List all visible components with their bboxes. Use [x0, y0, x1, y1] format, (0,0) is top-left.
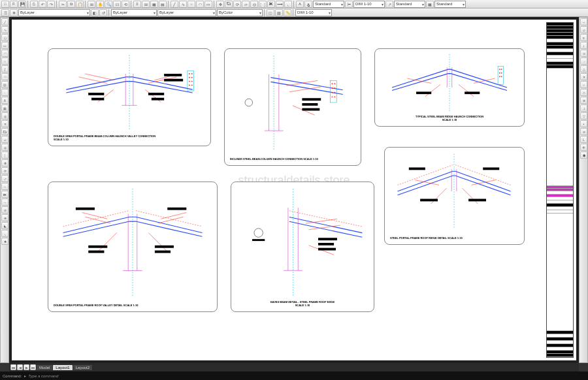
save-icon[interactable]: 💾 — [18, 1, 26, 8]
cut-icon[interactable]: ✂ — [59, 1, 67, 8]
offset-icon[interactable]: ◎ — [250, 1, 258, 8]
rail-perp-icon[interactable]: ⊥ — [580, 104, 587, 112]
drawing-canvas[interactable]: structuraldetails store ready made solut… — [9, 17, 579, 363]
rail-array-icon[interactable]: ⋮ — [1, 151, 8, 159]
rail-stretch-icon[interactable]: ↔ — [1, 183, 8, 190]
rail-move-icon[interactable]: ✥ — [1, 159, 8, 166]
rail-pline-icon[interactable]: ∿ — [1, 26, 8, 33]
measure-icon[interactable]: 📏 — [284, 9, 291, 16]
tab-nav-last-icon[interactable]: ⏭ — [30, 364, 36, 370]
rail-near-icon[interactable]: ▽ — [580, 112, 587, 119]
zoom-icon[interactable]: 🔍 — [105, 1, 112, 8]
rail-list-icon[interactable]: ≡ — [580, 34, 587, 41]
rail-osnap-icon[interactable]: ⊙ — [580, 50, 587, 57]
command-line[interactable]: Command: ▸ Type a command — [0, 372, 588, 380]
layer-freeze-icon[interactable]: ❄ — [10, 9, 18, 16]
rail-rect-icon[interactable]: ▭ — [1, 42, 8, 49]
print-icon[interactable]: ⎙ — [30, 1, 38, 8]
rail-quad-icon[interactable]: ◇ — [580, 89, 587, 96]
pan-icon[interactable]: ✋ — [96, 1, 104, 8]
design-center-icon[interactable]: ⊞ — [142, 1, 150, 8]
tool-palette-icon[interactable]: ▦ — [150, 1, 158, 8]
rail-none-icon[interactable]: ⊘ — [580, 128, 587, 135]
tab-layout1[interactable]: Layout1 — [53, 365, 72, 370]
rail-explode-icon[interactable]: ✹ — [1, 238, 8, 245]
array-icon[interactable]: ⋮⋮ — [259, 1, 267, 8]
rail-int-icon[interactable]: ✕ — [580, 73, 587, 80]
rail-region-icon[interactable]: ◎ — [1, 112, 8, 119]
props-icon[interactable]: ≡ — [133, 1, 141, 8]
rail-erase-icon[interactable]: ✕ — [1, 120, 8, 127]
tab-nav-prev-icon[interactable]: ◀ — [17, 364, 23, 370]
rail-text-icon[interactable]: A — [1, 97, 8, 104]
tab-nav-first-icon[interactable]: ⏮ — [10, 364, 16, 370]
rail-poly-icon[interactable]: ⬠ — [1, 34, 8, 41]
color-dropdown[interactable]: ByLayer — [111, 9, 157, 16]
extend-icon[interactable]: ⟶ — [276, 1, 284, 8]
rail-scale-icon[interactable]: ⤢ — [1, 175, 8, 182]
hatch-icon[interactable]: ▨ — [275, 9, 283, 16]
rail-table-icon[interactable]: ▦ — [1, 104, 8, 112]
linetype-dropdown[interactable]: ByLayer — [157, 9, 216, 16]
move-icon[interactable]: ✥ — [216, 1, 224, 8]
table-icon[interactable]: ▦ — [426, 1, 434, 8]
dim-style-dropdown[interactable]: DIM 1-10 — [353, 1, 385, 8]
lineweight-dropdown[interactable]: ByColor — [217, 9, 263, 16]
undo-icon[interactable]: ↶ — [39, 1, 46, 8]
layer-prev-icon[interactable]: ↺ — [99, 9, 107, 16]
copy-icon[interactable]: ⧉ — [67, 1, 75, 8]
rail-copy-icon[interactable]: ⿻ — [1, 128, 8, 135]
redo-icon[interactable]: ↷ — [47, 1, 55, 8]
layer-iso-icon[interactable]: ◧ — [91, 9, 99, 16]
rail-offset-icon[interactable]: ◎ — [1, 144, 8, 151]
rail-node-icon[interactable]: • — [580, 120, 587, 127]
sheet-set-icon[interactable]: ▤ — [159, 1, 167, 8]
rail-mid-icon[interactable]: △ — [580, 65, 587, 72]
rail-3d-icon[interactable]: ⬢ — [580, 151, 587, 159]
leader-icon[interactable]: ↗ — [385, 1, 393, 8]
tab-layout2[interactable]: Layout2 — [73, 365, 92, 370]
line-icon[interactable]: ╱ — [171, 1, 178, 8]
rail-mirror-icon[interactable]: ▱ — [1, 136, 8, 143]
rail-break-icon[interactable]: ⊘ — [1, 206, 8, 214]
rail-tan-icon[interactable]: ⊗ — [580, 97, 587, 104]
rail-ucs-icon[interactable]: L — [580, 136, 587, 143]
arc-icon[interactable]: ◠ — [196, 1, 204, 8]
rail-line-icon[interactable]: ╱ — [1, 18, 8, 25]
style2-dropdown[interactable]: Standard — [394, 1, 425, 8]
copy2-icon[interactable]: ⿻ — [225, 1, 233, 8]
block-icon[interactable]: ◫ — [267, 9, 274, 16]
rail-spline-icon[interactable]: ∫ — [1, 65, 8, 72]
mirror-icon[interactable]: ▱ — [242, 1, 250, 8]
circle-icon[interactable]: ○ — [188, 1, 195, 8]
rail-chamfer-icon[interactable]: ◣ — [1, 222, 8, 229]
zoom-prev-icon[interactable]: ⟲ — [122, 1, 129, 8]
rail-fillet-icon[interactable]: ◟ — [1, 230, 8, 237]
open-icon[interactable]: ⎘ — [10, 1, 18, 8]
rect-icon[interactable]: ▭ — [204, 1, 212, 8]
dim2-dropdown[interactable]: DIM 1-10 — [295, 9, 332, 16]
tab-model[interactable]: Model — [37, 365, 52, 370]
zoom-window-icon[interactable]: ⊡ — [113, 1, 121, 8]
rail-circle-icon[interactable]: ○ — [1, 57, 8, 65]
pline-icon[interactable]: ∿ — [179, 1, 187, 8]
fillet-icon[interactable]: ◟ — [284, 1, 292, 8]
trim-icon[interactable]: ✀ — [267, 1, 275, 8]
rail-id-icon[interactable]: ¡ — [580, 42, 587, 49]
layer-props-icon[interactable]: ☰ — [1, 9, 9, 16]
dim-icon[interactable]: ⊢ — [345, 1, 353, 8]
paste-icon[interactable]: 📋 — [76, 1, 84, 8]
match-icon[interactable]: ⊞ — [88, 1, 95, 8]
rail-end-icon[interactable]: ◽ — [580, 57, 587, 65]
style3-dropdown[interactable]: Standard — [434, 1, 466, 8]
rail-dist-icon[interactable]: ↔ — [580, 18, 587, 25]
rail-arc-icon[interactable]: ◠ — [1, 50, 8, 57]
text-A-icon[interactable]: A — [296, 1, 304, 8]
rail-view-icon[interactable]: 👁 — [580, 144, 587, 151]
text-style-dropdown[interactable]: Standard — [313, 1, 344, 8]
layer-dropdown[interactable]: ByLayer — [18, 9, 90, 16]
rail-point-icon[interactable]: · — [1, 89, 8, 96]
new-icon[interactable]: □ — [1, 1, 9, 8]
rail-cen-icon[interactable]: ○ — [580, 81, 587, 88]
rail-extend-icon[interactable]: → — [1, 198, 8, 206]
